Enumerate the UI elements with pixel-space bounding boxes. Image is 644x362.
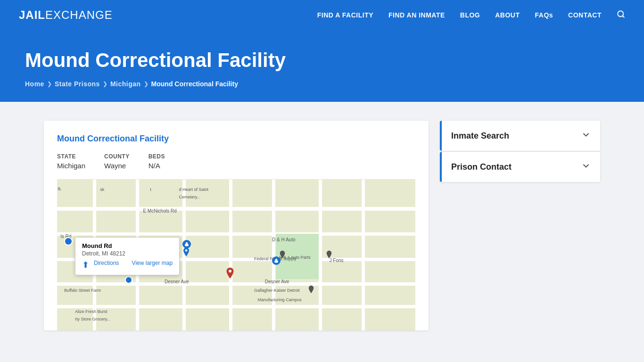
- svg-point-2: [229, 270, 231, 272]
- map-pin[interactable]: [225, 267, 235, 280]
- inmate-search-accordion: Inmate Search: [440, 121, 600, 151]
- breadcrumb-sep-3: ❯: [144, 81, 149, 87]
- state-col: STATE Michigan: [57, 153, 85, 170]
- svg-point-3: [185, 249, 188, 252]
- county-label: COUNTY: [104, 153, 130, 160]
- logo-bold: JAIL: [19, 8, 45, 21]
- logo-ex: EXCHANGE: [45, 8, 113, 21]
- map-popup-links: ⬆ Directions View larger map: [82, 260, 173, 270]
- county-col: COUNTY Wayne: [104, 153, 130, 170]
- beds-col: BEDS N/A: [149, 153, 165, 170]
- site-header: JAILEXCHANGE FIND A FACILITY FIND AN INM…: [0, 0, 644, 30]
- map-container[interactable]: E McNichols Rd ls Rd Desner Ave Desner A…: [57, 180, 415, 330]
- map-popup-address: Detroit, MI 48212: [82, 250, 173, 257]
- map-blue-marker: [64, 237, 73, 246]
- directions-nav-icon: ⬆: [82, 260, 89, 270]
- facility-info-grid: STATE Michigan COUNTY Wayne BEDS N/A: [57, 153, 415, 170]
- breadcrumb-sep-1: ❯: [47, 81, 52, 87]
- map-lock-icon: [182, 240, 191, 248]
- breadcrumb-home[interactable]: Home: [25, 80, 44, 88]
- inmate-search-chevron-icon: [581, 130, 591, 141]
- main-content: Mound Correctional Facility STATE Michig…: [25, 121, 619, 330]
- beds-value: N/A: [149, 162, 165, 170]
- prison-contact-chevron-icon: [581, 161, 591, 173]
- nav-faqs[interactable]: FAQs: [535, 11, 553, 19]
- inmate-search-header[interactable]: Inmate Search: [440, 121, 600, 151]
- map-popup-title: Mound Rd: [82, 242, 173, 249]
- right-sidebar: Inmate Search Prison Contact: [440, 121, 600, 183]
- nav-contact[interactable]: CONTACT: [568, 11, 602, 19]
- map-location-icon-3: [308, 285, 314, 296]
- svg-rect-5: [274, 261, 278, 263]
- site-logo[interactable]: JAILEXCHANGE: [19, 8, 113, 22]
- nav-about[interactable]: ABOUT: [495, 11, 520, 19]
- map-blue-pin: [182, 247, 190, 260]
- svg-line-1: [622, 16, 624, 17]
- breadcrumb-current: Mound Correctional Facility: [151, 80, 238, 88]
- map-location-icon-2: [326, 250, 332, 262]
- prison-contact-title: Prison Contact: [451, 162, 512, 172]
- view-larger-map-link[interactable]: View larger map: [132, 260, 173, 270]
- county-value: Wayne: [104, 162, 130, 170]
- hero-banner: Mound Correctional Facility Home ❯ State…: [0, 30, 644, 102]
- page-title: Mound Correctional Facility: [25, 49, 619, 72]
- state-value: Michigan: [57, 162, 85, 170]
- facility-panel: Mound Correctional Facility STATE Michig…: [44, 121, 429, 330]
- state-label: STATE: [57, 153, 85, 160]
- breadcrumb: Home ❯ State Prisons ❯ Michigan ❯ Mound …: [25, 80, 619, 88]
- breadcrumb-michigan[interactable]: Michigan: [110, 80, 141, 88]
- facility-name: Mound Correctional Facility: [57, 134, 415, 144]
- search-icon-button[interactable]: [617, 10, 625, 21]
- nav-find-inmate[interactable]: FIND AN INMATE: [388, 11, 445, 19]
- map-popup: Mound Rd Detroit, MI 48212 ⬆ Directions …: [75, 237, 180, 275]
- inmate-search-title: Inmate Search: [451, 131, 509, 141]
- directions-link[interactable]: Directions: [94, 260, 119, 270]
- breadcrumb-sep-2: ❯: [103, 81, 107, 87]
- prison-contact-header[interactable]: Prison Contact: [440, 152, 600, 182]
- breadcrumb-state-prisons[interactable]: State Prisons: [55, 80, 100, 88]
- main-nav: FIND A FACILITY FIND AN INMATE BLOG ABOU…: [317, 10, 625, 21]
- nav-blog[interactable]: BLOG: [460, 11, 480, 19]
- prison-contact-accordion: Prison Contact: [440, 152, 600, 182]
- beds-label: BEDS: [149, 153, 165, 160]
- nav-find-facility[interactable]: FIND A FACILITY: [317, 11, 373, 19]
- map-background: E McNichols Rd ls Rd Desner Ave Desner A…: [57, 180, 415, 330]
- svg-rect-4: [185, 244, 189, 247]
